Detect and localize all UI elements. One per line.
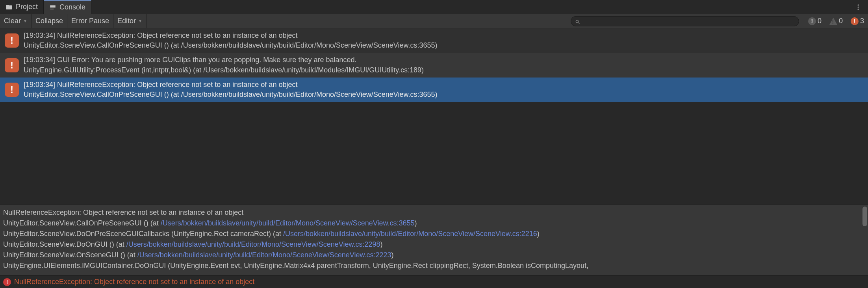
log-row[interactable]: ! [19:03:34] NullReferenceException: Obj…: [0, 78, 868, 102]
warning-icon: [829, 18, 837, 25]
status-bar[interactable]: ! NullReferenceException: Object referen…: [0, 275, 868, 288]
log-line2: UnityEditor.SceneView.CallOnPreSceneGUI …: [24, 90, 438, 100]
status-text: NullReferenceException: Object reference…: [14, 278, 254, 286]
svg-point-2: [858, 8, 859, 9]
log-line1: [19:03:34] GUI Error: You are pushing mo…: [24, 55, 424, 65]
error-pause-button[interactable]: Error Pause: [67, 14, 113, 28]
kebab-menu-icon[interactable]: [848, 0, 868, 14]
detail-line: UnityEditor.SceneView.DoOnGUI () (at /Us…: [3, 239, 865, 250]
chevron-down-icon: ▼: [138, 19, 142, 23]
info-counter[interactable]: ! 0: [804, 14, 825, 28]
error-counter[interactable]: ! 3: [847, 14, 868, 28]
stacktrace-link[interactable]: /Users/bokken/buildslave/unity/build/Edi…: [283, 230, 537, 238]
svg-point-1: [858, 6, 859, 7]
clear-label: Clear: [4, 17, 21, 25]
error-icon: !: [3, 278, 11, 286]
log-line1: [19:03:34] NullReferenceException: Objec…: [24, 31, 438, 41]
warning-counter[interactable]: 0: [825, 14, 847, 28]
detail-panel[interactable]: ▲ NullReferenceException: Object referen…: [0, 205, 868, 275]
detail-line: UnityEditor.SceneView.DoOnPreSceneGUICal…: [3, 229, 865, 239]
collapse-button[interactable]: Collapse: [32, 14, 67, 28]
info-count: 0: [818, 17, 822, 25]
detail-line: UnityEngine.UIElements.IMGUIContainer.Do…: [3, 260, 865, 271]
error-icon: !: [5, 83, 19, 97]
editor-dropdown[interactable]: Editor ▼: [113, 14, 147, 28]
tab-console[interactable]: Console: [44, 0, 91, 14]
log-list: ! [19:03:34] NullReferenceException: Obj…: [0, 28, 868, 102]
log-line2: UnityEditor.SceneView.CallOnPreSceneGUI …: [24, 41, 438, 50]
stacktrace-link[interactable]: /Users/bokken/buildslave/unity/build/Edi…: [161, 219, 415, 227]
tab-project-label: Project: [16, 3, 38, 11]
detail-line: UnityEditor.SceneView.OnSceneGUI () (at …: [3, 250, 865, 260]
error-count: 3: [860, 17, 864, 25]
error-pause-label: Error Pause: [71, 17, 109, 25]
empty-area: [0, 102, 868, 205]
info-icon: !: [808, 17, 816, 25]
search-box[interactable]: [571, 16, 799, 26]
log-row[interactable]: ! [19:03:34] NullReferenceException: Obj…: [0, 28, 868, 53]
log-text: [19:03:34] NullReferenceException: Objec…: [24, 80, 438, 100]
folder-icon: [6, 4, 13, 11]
tabs-bar: Project Console: [0, 0, 868, 14]
clear-button[interactable]: Clear ▼: [0, 14, 32, 28]
log-line2: UnityEngine.GUIUtility:ProcessEvent (int…: [24, 65, 424, 75]
search-input[interactable]: [583, 18, 795, 25]
log-text: [19:03:34] NullReferenceException: Objec…: [24, 31, 438, 50]
stacktrace-link[interactable]: /Users/bokken/buildslave/unity/build/Edi…: [126, 240, 380, 248]
scrollbar-thumb[interactable]: [862, 207, 867, 226]
stacktrace-link[interactable]: /Users/bokken/buildslave/unity/build/Edi…: [137, 251, 391, 259]
detail-line: UnityEditor.SceneView.CallOnPreSceneGUI …: [3, 218, 865, 229]
search-icon: [575, 18, 581, 24]
chevron-down-icon: ▼: [23, 19, 27, 23]
log-row[interactable]: ! [19:03:34] GUI Error: You are pushing …: [0, 53, 868, 77]
console-toolbar: Clear ▼ Collapse Error Pause Editor ▼ ! …: [0, 14, 868, 28]
warning-count: 0: [839, 17, 843, 25]
error-icon: !: [5, 58, 19, 72]
editor-label: Editor: [117, 17, 136, 25]
console-icon: [49, 4, 56, 11]
tab-console-label: Console: [59, 3, 85, 11]
collapse-label: Collapse: [35, 17, 63, 25]
error-icon: !: [5, 33, 19, 48]
detail-line: NullReferenceException: Object reference…: [3, 207, 865, 218]
svg-point-0: [858, 4, 859, 6]
log-counters: ! 0 0 ! 3: [804, 14, 868, 28]
log-text: [19:03:34] GUI Error: You are pushing mo…: [24, 55, 424, 75]
tab-project[interactable]: Project: [0, 0, 44, 14]
log-line1: [19:03:34] NullReferenceException: Objec…: [24, 80, 438, 90]
error-icon: !: [851, 17, 859, 25]
